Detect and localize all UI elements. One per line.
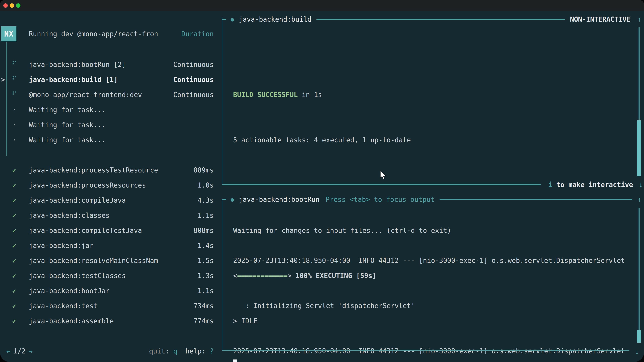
waiting-label: Waiting for task...	[29, 132, 106, 147]
waiting-dot-icon: ·	[9, 117, 19, 132]
task-row[interactable]: ✔ java-backend:bootJar 1.1s	[0, 283, 218, 298]
waiting-dot-icon: ·	[9, 102, 19, 117]
bootrun-panel-header-rule	[440, 199, 632, 200]
quit-hint-label: quit:	[149, 347, 174, 355]
bootrun-panel-output[interactable]: 2025-07-23T13:40:18.950-04:00 INFO 44312…	[233, 223, 634, 362]
check-icon: ✔	[9, 253, 19, 268]
interactive-hint-label: to make interactive	[552, 181, 633, 189]
task-list-header: NX Running dev @mono-app/react-fron Dura…	[0, 26, 218, 41]
task-status: Continuous	[173, 72, 214, 87]
task-duration: 1.0s	[198, 178, 214, 193]
next-page-arrow-icon[interactable]: →	[28, 347, 32, 355]
task-duration: 1.4s	[198, 238, 214, 253]
non-interactive-badge: NON-INTERACTIVE	[570, 12, 630, 27]
running-task-list: ⠋ java-backend:bootRun [2] Continuous > …	[0, 57, 218, 147]
bootrun-panel-left-border	[222, 200, 222, 351]
scroll-down-icon[interactable]: ↓	[639, 177, 643, 192]
help-key: ?	[210, 347, 214, 355]
bootrun-panel-scrollbar-track[interactable]	[638, 208, 640, 330]
nx-logo: NX	[1, 26, 16, 41]
build-panel-header-rule	[316, 19, 565, 20]
build-panel-left-border	[222, 17, 222, 184]
task-row-selected[interactable]: > ⠋ java-backend:build [1] Continuous	[0, 72, 218, 87]
completed-task-list: ✔ java-backend:processTestResource 889ms…	[0, 163, 218, 329]
task-name: java-backend:test	[29, 298, 98, 313]
check-icon: ✔	[9, 208, 19, 223]
task-row[interactable]: ⠋ @mono-app/react-frontend:dev Continuou…	[0, 87, 218, 102]
log-line: : Initializing Servlet 'dispatcherServle…	[233, 298, 634, 313]
task-duration: 734ms	[194, 298, 214, 313]
build-panel-scrollbar-track[interactable]	[638, 27, 640, 120]
waiting-task-row: · Waiting for task...	[0, 117, 218, 132]
build-panel-footer: i to make interactive ↓	[222, 177, 644, 192]
nx-logo-text: NX	[4, 26, 14, 41]
task-duration: 1.5s	[198, 253, 214, 268]
task-name: java-backend:bootJar	[29, 283, 110, 298]
bootrun-panel-bottom-border	[222, 350, 630, 351]
task-name: java-backend:processTestResource	[29, 163, 158, 178]
task-list-panel: NX Running dev @mono-app/react-fron Dura…	[0, 11, 218, 362]
build-panel-scrollbar-thumb[interactable]	[637, 120, 641, 176]
check-icon: ✔	[9, 283, 19, 298]
bootrun-panel-scrollbar-thumb[interactable]	[637, 330, 641, 343]
quit-key: q	[173, 347, 177, 355]
task-row[interactable]: ⠋ java-backend:bootRun [2] Continuous	[0, 57, 218, 72]
check-icon: ✔	[9, 313, 19, 329]
scroll-down-icon[interactable]: ↓	[635, 345, 639, 360]
build-panel-border-stub	[222, 19, 226, 20]
mouse-cursor	[380, 170, 387, 185]
prev-page-arrow-icon[interactable]: ←	[6, 347, 10, 355]
task-list-title: Running dev @mono-app/react-fron	[29, 26, 158, 41]
waiting-label: Waiting for task...	[29, 117, 106, 132]
close-button[interactable]	[3, 3, 8, 8]
check-icon: ✔	[9, 223, 19, 238]
task-name: java-backend:compileTestJava	[29, 223, 142, 238]
task-duration: 808ms	[194, 223, 214, 238]
task-row[interactable]: ✔ java-backend:compileTestJava 808ms	[0, 223, 218, 238]
maximize-button[interactable]	[16, 3, 20, 8]
task-name: java-backend:classes	[29, 208, 110, 223]
page-indicator: 1/2	[10, 347, 28, 355]
task-duration: 4.3s	[198, 193, 214, 208]
build-summary-line: 5 actionable tasks: 4 executed, 1 up-to-…	[233, 132, 634, 147]
interactive-key: i	[548, 181, 552, 189]
task-status: Continuous	[173, 57, 214, 72]
task-row[interactable]: ✔ java-backend:compileJava 4.3s	[0, 193, 218, 208]
task-row[interactable]: ✔ java-backend:processTestResource 889ms	[0, 163, 218, 178]
duration-column-header: Duration	[181, 26, 214, 41]
minimize-button[interactable]	[10, 3, 14, 8]
help-hint-label: help:	[177, 347, 210, 355]
task-name: java-backend:build [1]	[29, 72, 118, 87]
task-name: java-backend:processResources	[29, 178, 146, 193]
task-row[interactable]: ✔ java-backend:assemble 774ms	[0, 313, 218, 329]
scroll-up-icon[interactable]: ↑	[637, 12, 641, 27]
task-row[interactable]: ✔ java-backend:jar 1.4s	[0, 238, 218, 253]
bootrun-panel-header: ● java-backend:bootRun Press <tab> to fo…	[222, 192, 644, 207]
check-icon: ✔	[9, 163, 19, 178]
waiting-task-row: · Waiting for task...	[0, 132, 218, 147]
task-row[interactable]: ✔ java-backend:resolveMainClassNam 1.5s	[0, 253, 218, 268]
task-bullet-icon: ●	[230, 12, 234, 27]
task-name: java-backend:bootRun [2]	[29, 57, 126, 72]
terminal-window: NX Running dev @mono-app/react-fron Dura…	[0, 0, 644, 362]
bootrun-panel-title: java-backend:bootRun	[239, 192, 320, 207]
spinner-icon: ⠋	[9, 72, 19, 87]
spinner-icon: ⠋	[9, 87, 19, 102]
check-icon: ✔	[9, 268, 19, 283]
check-icon: ✔	[9, 238, 19, 253]
check-icon: ✔	[9, 178, 19, 193]
task-name: java-backend:assemble	[29, 313, 114, 329]
task-row[interactable]: ✔ java-backend:classes 1.1s	[0, 208, 218, 223]
task-name: java-backend:jar	[29, 238, 94, 253]
task-row[interactable]: ✔ java-backend:testClasses 1.3s	[0, 268, 218, 283]
task-duration: 1.3s	[198, 268, 214, 283]
task-duration: 1.1s	[198, 283, 214, 298]
selection-caret-icon: >	[1, 72, 5, 87]
task-duration: 774ms	[194, 313, 214, 329]
waiting-dot-icon: ·	[9, 132, 19, 147]
build-panel-title: java-backend:build	[239, 12, 311, 27]
title-bar	[0, 0, 644, 11]
scroll-up-icon[interactable]: ↑	[637, 192, 641, 207]
task-row[interactable]: ✔ java-backend:test 734ms	[0, 298, 218, 313]
task-row[interactable]: ✔ java-backend:processResources 1.0s	[0, 178, 218, 193]
